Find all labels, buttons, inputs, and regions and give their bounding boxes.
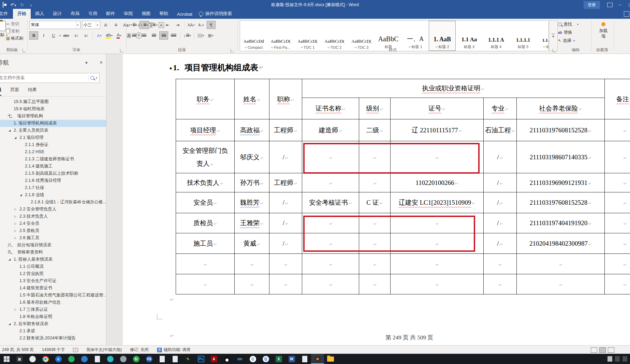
qq[interactable]: [220, 354, 233, 364]
table-cell[interactable]: 110220100266↵: [391, 173, 484, 192]
table-cell[interactable]: ↵: [302, 274, 359, 294]
header-cell[interactable]: 职称↵: [269, 79, 302, 119]
subscript-button[interactable]: x2: [72, 31, 80, 40]
font-dialog-launcher[interactable]: [120, 49, 123, 52]
table-cell[interactable]: /↵: [269, 213, 302, 233]
task-view[interactable]: ▦: [13, 354, 26, 364]
maximize-button[interactable]: ▢: [625, 0, 630, 10]
app-green-circle[interactable]: [65, 354, 78, 364]
tab-file[interactable]: 文件: [0, 9, 13, 19]
table-cell[interactable]: 建造师↵: [302, 119, 359, 141]
table-cell[interactable]: 施工员↵: [176, 233, 235, 254]
table-cell[interactable]: 高政福↵: [235, 119, 269, 141]
table-cell[interactable]: ↵: [605, 274, 630, 294]
nav-item[interactable]: ▷2.3 技术负责人: [0, 213, 106, 220]
line-spacing-button[interactable]: ↕▾: [182, 31, 192, 40]
table-cell[interactable]: /↵: [269, 192, 302, 213]
table-cell[interactable]: ↵: [605, 192, 630, 213]
style-item-标题 5[interactable]: 1.1.1.1标题 5: [510, 21, 537, 51]
font-name-combo[interactable]: 宋体▾: [29, 21, 80, 29]
style-item-标题 6[interactable]: 1.1.1.1.1↵标题 6: [537, 21, 549, 51]
collapse-triangle-icon[interactable]: ◢: [9, 320, 11, 327]
table-cell[interactable]: 211103197404191920↵: [517, 213, 605, 233]
nav-item[interactable]: 2.2 财务状况-2024年审计报告: [0, 335, 106, 342]
nav-item[interactable]: 八、 拟分包项目情况表: [0, 242, 106, 249]
vs-app[interactable]: VS: [143, 354, 156, 364]
increase-indent-button[interactable]: ⇥: [173, 21, 182, 29]
table-cell[interactable]: ↵: [605, 141, 630, 173]
nav-item[interactable]: ◢2.1.8 业绩: [0, 191, 106, 199]
table-cell[interactable]: ↵: [269, 254, 302, 274]
expand-triangle-icon[interactable]: ▷: [14, 234, 16, 242]
nav-item[interactable]: 九、 资格审查资料: [0, 249, 106, 256]
xin-app[interactable]: xin: [233, 354, 246, 364]
asian-layout-button[interactable]: XA▾: [187, 21, 196, 29]
nav-item[interactable]: 2.1.8.1 业绩1：辽河欢喜岭仓储办公楼...: [0, 199, 106, 206]
doc-app[interactable]: [169, 354, 181, 364]
nav-item[interactable]: 2.1.4 建筑施工: [0, 163, 106, 170]
header-cell[interactable]: 备注↵: [605, 79, 630, 119]
table-cell[interactable]: /↵: [484, 233, 517, 254]
tell-me-search[interactable]: 操作说明搜索: [197, 9, 235, 19]
table-cell[interactable]: ↵: [235, 254, 269, 274]
nav-item[interactable]: 2.1.6 优秀项目经理: [0, 177, 106, 184]
style-item-标题[interactable]: AaBbC标题: [375, 21, 402, 51]
text-effects-button[interactable]: A▾: [95, 31, 104, 40]
nav-item[interactable]: 1.4 建筑资质证书: [0, 285, 106, 292]
read-mode-button[interactable]: [591, 347, 597, 353]
paragraph-dialog-launcher[interactable]: [231, 49, 234, 52]
table-cell[interactable]: /↵: [484, 213, 517, 233]
expand-triangle-icon[interactable]: ▷: [14, 213, 16, 220]
quark-browser[interactable]: Q: [259, 354, 272, 364]
excel[interactable]: X: [272, 354, 285, 364]
shrink-font-button[interactable]: Aˇ: [112, 21, 121, 29]
tab-插入[interactable]: 插入: [31, 9, 48, 19]
clipboard-dialog-launcher[interactable]: [23, 49, 26, 52]
table-cell[interactable]: C 证↵: [359, 192, 391, 213]
expand-triangle-icon[interactable]: ▷: [14, 220, 16, 227]
table-cell[interactable]: ↵: [605, 173, 630, 192]
language-indicator[interactable]: 简体中文(中国大陆): [82, 347, 126, 353]
style-item-Compact[interactable]: AaBbCcDd↵Compact: [240, 21, 267, 51]
multilevel-list-button[interactable]: ⁝▾: [150, 21, 159, 29]
table-cell[interactable]: 安全考核证书↵: [302, 192, 359, 213]
table-cell[interactable]: /↵: [484, 141, 517, 173]
show-hide-marks-button[interactable]: ¶: [207, 21, 216, 29]
add-ins-button[interactable]: 加载项: [594, 21, 613, 39]
tab-设计[interactable]: 设计: [48, 9, 66, 19]
table-cell[interactable]: /↵: [484, 173, 517, 192]
active-app[interactable]: ❋: [311, 354, 324, 364]
table-cell[interactable]: 石油工程↵: [484, 119, 517, 141]
org-table[interactable]: 职务↵ 姓名↵ 职称↵ 执业或职业资格证明↵ 备注↵ 证书名称↵ 级别↵ 证号↵…: [176, 79, 630, 294]
word[interactable]: W: [285, 354, 298, 364]
italic-button[interactable]: I: [39, 31, 48, 40]
nav-item[interactable]: 1.6 基本存款账户信息: [0, 299, 106, 306]
sort-button[interactable]: A↓Z: [197, 21, 206, 29]
nav-item[interactable]: 2.1 承诺: [0, 327, 106, 335]
nav-item[interactable]: 2.1.7 社保: [0, 184, 106, 191]
app-document[interactable]: [91, 354, 104, 364]
collapse-triangle-icon[interactable]: ◢: [14, 134, 16, 141]
highlight-button[interactable]: ab▾: [105, 31, 114, 40]
table-cell[interactable]: 安全管理部门负 责人↵: [176, 141, 235, 173]
app-white-circle[interactable]: [26, 354, 39, 364]
style-item-TOC 1[interactable]: AaBbCcD(↵TOC 1: [294, 21, 321, 51]
table-cell[interactable]: 211103197608152528↵: [517, 192, 605, 213]
shading-button[interactable]: ▾: [196, 31, 205, 40]
table-cell[interactable]: ↵: [359, 274, 391, 294]
table-cell[interactable]: 安全员↵: [176, 192, 235, 213]
table-cell[interactable]: ↵: [484, 254, 517, 274]
nav-tab-结果[interactable]: 结果: [28, 87, 37, 96]
tab-引用[interactable]: 引用: [84, 9, 102, 19]
minimize-button[interactable]: ─: [615, 0, 625, 10]
nav-item[interactable]: ▷2.6 施工员: [0, 234, 106, 242]
page-indicator[interactable]: 249 页, 共 509 页: [0, 347, 38, 353]
table-cell[interactable]: ↵: [176, 274, 235, 294]
table-cell[interactable]: 王雅荣↵: [235, 213, 269, 233]
nav-close-icon[interactable]: ×: [100, 59, 103, 65]
header-cell[interactable]: 专业↵: [484, 98, 517, 119]
nav-item[interactable]: 2.1.3 二级建造师资格证书: [0, 156, 106, 163]
style-item-标题 1[interactable]: 一、A↵标题 1: [402, 21, 429, 51]
table-cell[interactable]: ↵: [517, 254, 605, 274]
printer-app[interactable]: [156, 354, 169, 364]
